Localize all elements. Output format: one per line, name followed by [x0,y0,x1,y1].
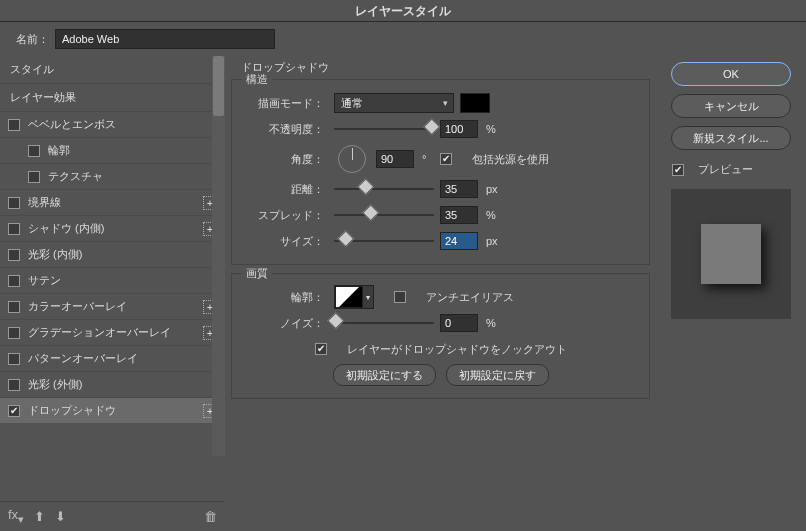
ok-button[interactable]: OK [671,62,791,86]
style-item-label: テクスチャ [48,169,217,184]
blend-mode-label: 描画モード： [248,96,324,111]
chevron-down-icon[interactable]: ▾ [363,286,373,308]
style-item-label: パターンオーバーレイ [28,351,217,366]
checkbox-icon[interactable] [28,171,40,183]
distance-slider[interactable] [334,181,434,197]
panel-title: ドロップシャドウ [231,56,650,79]
opacity-label: 不透明度： [248,122,324,137]
styles-footer: fx▾ ⬆ ⬇ 🗑 [0,501,225,531]
global-light-checkbox[interactable] [440,153,452,165]
noise-slider[interactable] [334,315,434,331]
styles-panel: スタイル レイヤー効果 ベベルとエンボス 輪郭 テクスチャ 境界線 + シ [0,56,225,531]
style-item-inner-shadow[interactable]: シャドウ (内側) + [0,215,225,241]
make-default-button[interactable]: 初期設定にする [333,364,436,386]
style-item-label: サテン [28,273,217,288]
style-item-bevel[interactable]: ベベルとエンボス [0,111,225,137]
noise-label: ノイズ： [248,316,324,331]
contour-label: 輪郭： [248,290,324,305]
scrollbar-thumb[interactable] [213,56,224,116]
unit-px: px [486,235,498,247]
checkbox-icon[interactable] [8,353,20,365]
style-item-label: グラデーションオーバーレイ [28,325,203,340]
name-input[interactable] [55,29,275,49]
move-down-icon[interactable]: ⬇ [55,509,66,524]
preview-label: プレビュー [698,162,753,177]
size-slider[interactable] [334,233,434,249]
checkbox-icon[interactable] [8,327,20,339]
style-item-drop-shadow[interactable]: ドロップシャドウ + [0,397,225,423]
style-item-label: カラーオーバーレイ [28,299,203,314]
distance-label: 距離： [248,182,324,197]
style-item-label: 境界線 [28,195,203,210]
checkbox-icon[interactable] [8,301,20,313]
antialias-checkbox[interactable] [394,291,406,303]
dialog-title: レイヤースタイル [0,0,806,22]
style-item-outer-glow[interactable]: 光彩 (外側) [0,371,225,397]
style-item-pattern-overlay[interactable]: パターンオーバーレイ [0,345,225,371]
quality-group: 画質 輪郭： ▾ アンチエイリアス ノイズ： % レイヤーがドロップシャドウをノ… [231,273,650,399]
unit-percent: % [486,209,496,221]
style-item-label: シャドウ (内側) [28,221,203,236]
antialias-label: アンチエイリアス [426,290,514,305]
unit-px: px [486,183,498,195]
contour-picker[interactable]: ▾ [334,285,374,309]
move-up-icon[interactable]: ⬆ [34,509,45,524]
styles-header[interactable]: スタイル [0,56,225,83]
style-item-gradient-overlay[interactable]: グラデーションオーバーレイ + [0,319,225,345]
noise-input[interactable] [440,314,478,332]
shadow-color-swatch[interactable] [460,93,490,113]
new-style-button[interactable]: 新規スタイル... [671,126,791,150]
style-item-contour[interactable]: 輪郭 [0,137,225,163]
checkbox-icon[interactable] [8,275,20,287]
spread-slider[interactable] [334,207,434,223]
checkbox-icon[interactable] [8,223,20,235]
knockout-checkbox[interactable] [315,343,327,355]
global-light-label: 包括光源を使用 [472,152,549,167]
checkbox-icon[interactable] [8,197,20,209]
trash-icon[interactable]: 🗑 [204,509,217,524]
knockout-label: レイヤーがドロップシャドウをノックアウト [347,342,567,357]
style-item-label: 光彩 (外側) [28,377,217,392]
preview-checkbox[interactable] [672,164,684,176]
checkbox-icon[interactable] [8,379,20,391]
opacity-slider[interactable] [334,121,434,137]
checkbox-icon[interactable] [8,405,20,417]
style-item-satin[interactable]: サテン [0,267,225,293]
angle-dial[interactable] [338,145,366,173]
unit-percent: % [486,123,496,135]
style-item-texture[interactable]: テクスチャ [0,163,225,189]
layer-effects-header[interactable]: レイヤー効果 [0,83,225,111]
scrollbar[interactable] [212,56,225,456]
distance-input[interactable] [440,180,478,198]
name-row: 名前： [0,22,806,56]
contour-thumbnail [335,286,363,308]
style-item-label: ベベルとエンボス [28,117,217,132]
blend-mode-select[interactable]: 通常 [334,93,454,113]
structure-legend: 構造 [242,72,272,87]
name-label: 名前： [16,32,49,47]
preview-box [671,189,791,319]
checkbox-icon[interactable] [8,119,20,131]
cancel-button[interactable]: キャンセル [671,94,791,118]
quality-legend: 画質 [242,266,272,281]
fx-icon[interactable]: fx▾ [8,507,24,526]
opacity-input[interactable] [440,120,478,138]
checkbox-icon[interactable] [8,249,20,261]
spread-input[interactable] [440,206,478,224]
style-item-stroke[interactable]: 境界線 + [0,189,225,215]
structure-group: 構造 描画モード： 通常 不透明度： % 角度： ° 包括光源を使用 [231,79,650,265]
size-input[interactable] [440,232,478,250]
angle-label: 角度： [248,152,324,167]
style-item-color-overlay[interactable]: カラーオーバーレイ + [0,293,225,319]
checkbox-icon[interactable] [28,145,40,157]
size-label: サイズ： [248,234,324,249]
reset-default-button[interactable]: 初期設定に戻す [446,364,549,386]
unit-percent: % [486,317,496,329]
style-item-inner-glow[interactable]: 光彩 (内側) [0,241,225,267]
style-item-label: 光彩 (内側) [28,247,217,262]
style-item-label: ドロップシャドウ [28,403,203,418]
spread-label: スプレッド： [248,208,324,223]
style-item-label: 輪郭 [48,143,217,158]
angle-input[interactable] [376,150,414,168]
action-panel: OK キャンセル 新規スタイル... プレビュー [656,56,806,531]
